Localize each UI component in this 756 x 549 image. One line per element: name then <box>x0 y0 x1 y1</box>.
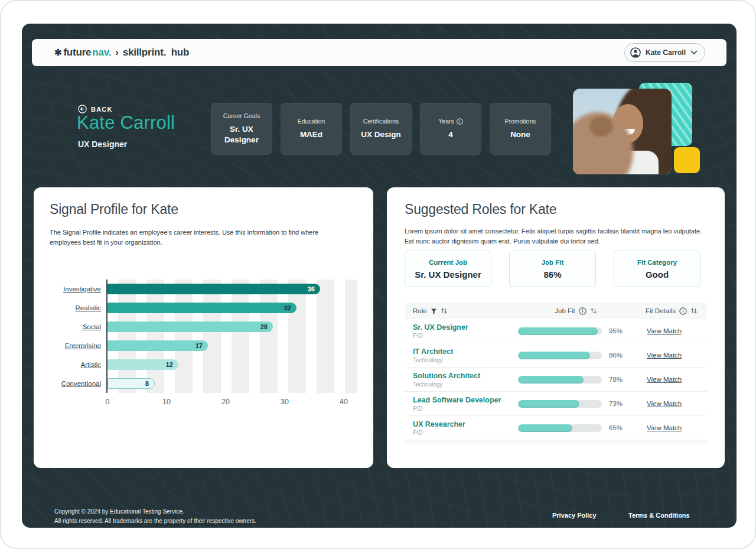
sort-icon[interactable] <box>441 307 448 314</box>
role-category: Technology <box>413 357 518 363</box>
chart-bar: 32 <box>107 303 296 313</box>
chevron-down-icon <box>690 50 698 55</box>
top-header-bar: ✱futurenav.›skillprint. hub Kate Carroll <box>32 39 726 66</box>
filter-icon[interactable] <box>431 308 437 314</box>
role-category: PID <box>413 333 518 339</box>
role-name-link[interactable]: Sr. UX Designer <box>413 323 518 332</box>
job-fit-progress-bar <box>518 376 602 384</box>
chart-category-label[interactable]: Realistic <box>45 298 106 317</box>
view-match-link[interactable]: View Match <box>647 424 699 431</box>
chart-x-tick-label: 0 <box>106 398 110 406</box>
user-avatar-icon <box>630 47 641 58</box>
stat-label: Education <box>298 118 325 125</box>
terms-conditions-link[interactable]: Terms & Conditions <box>628 512 690 519</box>
role-category: Technology <box>413 381 518 388</box>
job-fit-progress-bar <box>518 352 602 359</box>
job-fit-progress-fill <box>518 327 598 335</box>
job-fit-percentage: 65% <box>609 424 633 431</box>
view-match-link[interactable]: View Match <box>647 376 699 383</box>
role-name-link[interactable]: Lead Software Developer <box>413 396 518 404</box>
summary-value: Good <box>646 269 669 280</box>
summary-current-job: Current Job Sr. UX Designer <box>405 251 491 287</box>
decorative-yellow-square <box>674 147 700 173</box>
logo-brand-nav: nav. <box>92 47 111 59</box>
chart-bar-value: 36 <box>308 285 315 293</box>
summary-fit-category: Fit Category Good <box>614 251 700 287</box>
chart-bar-value: 32 <box>284 304 291 311</box>
stat-label: Certifications <box>363 118 399 125</box>
employee-photo <box>573 89 672 174</box>
stat-value: UX Design <box>361 129 401 140</box>
view-match-link[interactable]: View Match <box>647 352 699 359</box>
summary-label: Fit Category <box>637 259 677 266</box>
info-icon[interactable] <box>679 307 687 315</box>
back-label: BACK <box>91 106 113 113</box>
job-fit-progress-bar <box>518 424 602 432</box>
summary-job-fit: Job Fit 86% <box>509 251 596 287</box>
column-header-fit-details: Fit Details <box>646 307 676 314</box>
chart-bar-value: 12 <box>166 361 173 368</box>
user-name: Kate Carroll <box>646 48 686 57</box>
table-row: Sr. UX DesignerPID95%View Match <box>405 319 707 343</box>
chart-bar-value: 28 <box>260 323 268 330</box>
job-fit-progress-bar <box>518 327 602 335</box>
chart-category-label[interactable]: Conventional <box>45 374 106 393</box>
summary-label: Current Job <box>429 259 467 266</box>
info-icon[interactable] <box>579 307 586 315</box>
chart-category-label[interactable]: Artistic <box>45 355 106 374</box>
fit-summary-boxes: Current Job Sr. UX Designer Job Fit 86% … <box>405 251 700 287</box>
suggested-roles-table: Role Job Fit <box>405 303 707 447</box>
cut-off-row-hint <box>405 440 707 447</box>
user-menu[interactable]: Kate Carroll <box>624 43 705 62</box>
view-match-link[interactable]: View Match <box>647 327 699 334</box>
stat-label: Career Goals <box>223 112 260 119</box>
signal-profile-bar-chart: Investigative36Realistic32Social28Enterp… <box>45 280 357 408</box>
summary-label: Job Fit <box>542 259 564 266</box>
signal-profile-title: Signal Profile for Kate <box>50 202 178 217</box>
job-fit-progress-fill <box>518 400 579 408</box>
chart-axis-spacer <box>45 393 106 408</box>
chart-bar-track: 12 <box>106 355 357 374</box>
job-fit-progress-fill <box>518 424 572 432</box>
stat-value: Sr. UX Designer <box>216 124 267 145</box>
breadcrumb-chevron: › <box>115 47 118 59</box>
role-name-link[interactable]: IT Architect <box>413 347 518 356</box>
chart-bar: 12 <box>107 359 178 370</box>
column-header-role: Role <box>413 307 427 314</box>
view-match-link[interactable]: View Match <box>647 400 699 407</box>
employee-stat-cards: Career Goals Sr. UX Designer Education M… <box>211 103 551 155</box>
logo-product-hub: hub <box>171 47 190 59</box>
chart-bar: 36 <box>107 284 320 294</box>
info-icon[interactable] <box>457 118 463 125</box>
job-fit-progress-fill <box>518 376 584 384</box>
stat-card-career-goals: Career Goals Sr. UX Designer <box>211 103 272 155</box>
chart-x-tick-label: 10 <box>162 398 171 406</box>
photo-figure <box>589 116 613 137</box>
chart-category-label[interactable]: Investigative <box>45 280 106 298</box>
suggested-roles-title: Suggested Roles for Kate <box>405 202 556 217</box>
role-name-link[interactable]: UX Researcher <box>413 420 518 428</box>
summary-value: 86% <box>543 269 561 280</box>
table-row: Lead Software DeveloperPID73%View Match <box>405 392 707 416</box>
chart-bar: 17 <box>107 340 208 351</box>
stat-card-promotions: Promotions None <box>490 103 551 155</box>
privacy-policy-link[interactable]: Privacy Policy <box>552 512 597 519</box>
chart-x-tick-label: 30 <box>281 398 289 406</box>
chart-category-label[interactable]: Social <box>45 317 106 336</box>
sort-icon[interactable] <box>690 307 698 314</box>
chart-bar-value: 8 <box>145 380 149 387</box>
role-category: PID <box>413 430 518 436</box>
role-name-link[interactable]: Solutions Architect <box>413 372 518 380</box>
suggested-roles-description: Lorem ipsum dolor sit amet consectetur. … <box>405 226 707 246</box>
logo-asterisk-icon: ✱ <box>54 47 61 58</box>
sort-icon[interactable] <box>590 307 597 314</box>
job-fit-percentage: 95% <box>609 327 633 334</box>
stat-value: 4 <box>448 129 453 140</box>
chart-x-tick-label: 40 <box>340 398 348 406</box>
column-header-job-fit: Job Fit <box>555 307 575 314</box>
chart-bar-track: 8 <box>106 374 357 393</box>
stat-card-years: Years 4 <box>420 103 481 155</box>
chart-category-label[interactable]: Enterprising <box>45 336 106 355</box>
chart-bar-track: 28 <box>106 317 357 336</box>
role-category: PID <box>413 405 518 412</box>
